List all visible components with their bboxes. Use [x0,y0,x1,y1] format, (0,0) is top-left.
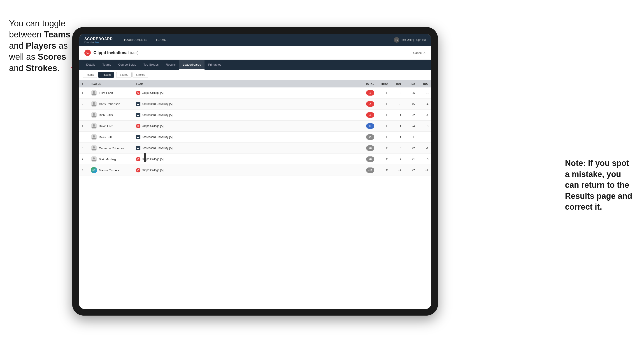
tournament-icon: C [84,50,91,56]
cell-total: +6 [359,143,377,154]
tablet-side-tab [144,153,146,162]
col-rd1: RD1 [390,80,404,87]
cell-spacer [350,99,359,110]
tablet-frame: SCOREBOARD Powered by clippd TOURNAMENTS… [72,27,438,316]
cell-player: Rich Butler [88,110,133,121]
cell-rd1: +2 [390,154,404,165]
left-annotation: You can toggle between Teams and Players… [9,18,72,74]
cell-thru: F [377,154,390,165]
tournament-header: C Clippd Invitational (Men) Cancel ✕ [79,46,431,60]
nav-links: TOURNAMENTS TEAMS [120,34,394,46]
cell-total: +8 [359,154,377,165]
cell-rd2: -2 [404,110,418,121]
cell-team: ▬ Scoreboard University [A] [133,143,350,154]
cell-team: ▬ Scoreboard University [A] [133,110,350,121]
cell-player: Cameron Robertson [88,143,133,154]
scoreboard-logo: SCOREBOARD Powered by clippd [84,37,113,43]
cell-player: Rees Britt [88,132,133,143]
toggle-players[interactable]: Players [98,72,114,78]
sub-nav-printables[interactable]: Printables [204,60,225,70]
cell-rd2: +5 [404,99,418,110]
cell-rank: 3 [79,110,88,121]
cell-spacer [350,110,359,121]
cell-spacer [350,132,359,143]
toggle-teams[interactable]: Teams [82,72,97,78]
col-rank: # [79,80,88,87]
sub-nav: Details Teams Course Setup Tee Groups Re… [79,60,431,70]
tournament-title: Clippd Invitational [94,50,129,55]
toggle-strokes[interactable]: Strokes [132,72,148,78]
players-bold: Players [26,41,56,50]
cell-player: MT Marcus Turners [88,165,133,176]
cell-rd2: +7 [404,165,418,176]
sub-nav-tee-groups[interactable]: Tee Groups [140,60,162,70]
cell-rank: 2 [79,99,88,110]
col-rd3: RD3 [418,80,431,87]
sub-nav-details[interactable]: Details [82,60,99,70]
cell-rd3: -5 [418,87,431,99]
col-rd2: RD2 [404,80,418,87]
cell-rd2: +2 [404,143,418,154]
sub-nav-results[interactable]: Results [162,60,179,70]
cell-total: +1 [359,132,377,143]
cell-rd3: E [418,132,431,143]
cell-total: -4 [359,99,377,110]
col-player: PLAYER [88,80,133,87]
right-annotation: Note: If you spot a mistake, you can ret… [565,158,637,212]
cell-rank: 4 [79,121,88,132]
cell-player: Blair McHarg [88,154,133,165]
cell-rd2: E [404,132,418,143]
col-thru: THRU [377,80,390,87]
cell-spacer [350,154,359,165]
players-table: # PLAYER TEAM TOTAL THRU RD1 RD2 RD3 [79,80,431,176]
sign-out-link[interactable]: Sign out [416,38,426,41]
cell-player: Elliot Ebert [88,87,133,99]
cell-rd3: -4 [418,99,431,110]
cell-rd3: +3 [418,121,431,132]
strokes-bold: Strokes [26,63,57,73]
cell-total: -8 [359,87,377,99]
nav-teams[interactable]: TEAMS [152,34,170,46]
cell-player: Chris Robertson [88,99,133,110]
nav-tournaments[interactable]: TOURNAMENTS [120,34,152,46]
cell-rd3: +2 [418,165,431,176]
table-header-row: # PLAYER TEAM TOTAL THRU RD1 RD2 RD3 [79,80,431,87]
toggle-scores[interactable]: Scores [116,72,131,78]
cell-total: +11 [359,165,377,176]
cell-rd1: +3 [390,87,404,99]
cell-thru: F [377,165,390,176]
navbar: SCOREBOARD Powered by clippd TOURNAMENTS… [79,34,431,46]
sub-nav-course-setup[interactable]: Course Setup [115,60,140,70]
cell-rd1: -5 [390,99,404,110]
cell-rd1: +1 [390,132,404,143]
cell-team: ▬ Scoreboard University [A] [133,132,350,143]
sub-nav-leaderboards[interactable]: Leaderboards [179,60,204,70]
table-row: 3 Rich Butler ▬ Scoreboard University [A… [79,110,431,121]
cell-rd3: +6 [418,154,431,165]
cell-spacer [350,143,359,154]
cell-team: C Clippd College [A] [133,165,350,176]
cancel-button[interactable]: Cancel ✕ [413,51,426,55]
cell-rd1: +2 [390,165,404,176]
cell-spacer [350,87,359,99]
teams-bold: Teams [44,30,70,39]
cell-total: -2 [359,110,377,121]
user-icon: TU [394,37,399,43]
table-row: 8 MT Marcus Turners C Clippd College [A]… [79,165,431,176]
table-body: 1 Elliot Ebert C Clippd College [A] -8 F… [79,87,431,176]
scores-bold: Scores [38,52,66,62]
cell-rd2: -6 [404,87,418,99]
col-team: TEAM [133,80,350,87]
tournament-subtitle: (Men) [130,51,138,55]
cell-thru: F [377,87,390,99]
col-spacer [350,80,359,87]
tablet-screen: SCOREBOARD Powered by clippd TOURNAMENTS… [79,34,431,309]
col-total: TOTAL [359,80,377,87]
cell-thru: F [377,110,390,121]
sub-nav-teams[interactable]: Teams [99,60,115,70]
cell-rank: 8 [79,165,88,176]
cell-total: E [359,121,377,132]
cell-team: C Clippd College [A] [133,121,350,132]
cell-rd2: +1 [404,154,418,165]
cell-rank: 7 [79,154,88,165]
